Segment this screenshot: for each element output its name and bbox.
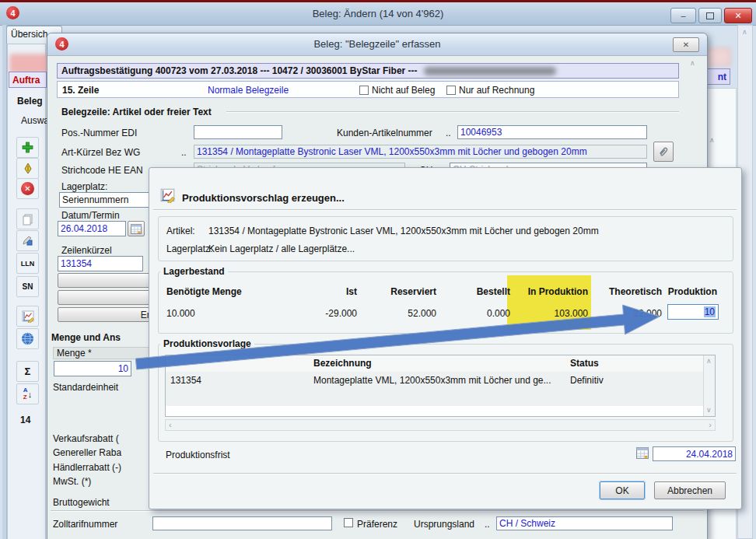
chart-pencil-icon: [22, 310, 34, 323]
kunden-artnr-label: Kunden-Artikelnummer: [337, 128, 432, 138]
globe-icon: [21, 332, 34, 345]
zeilenkuerzel-input[interactable]: 131354: [58, 256, 143, 271]
lagerplatz-label: Lagerplatz:: [61, 181, 107, 192]
col-in-produktion: In Produktion: [510, 286, 588, 297]
kunden-artnr-input[interactable]: 10046953: [457, 125, 647, 139]
produktionsfrist-calendar-button[interactable]: [636, 447, 649, 461]
scroll-up-icon[interactable]: ∧: [706, 358, 712, 365]
paperclip-icon: [657, 145, 670, 158]
menge-header-label: Menge *: [57, 348, 92, 359]
val-benoetigte-menge: 10.000: [166, 308, 283, 319]
main-window-title: Beleg: Ändern (14 von 4'962): [0, 8, 756, 19]
sort-button[interactable]: A Z ↓: [16, 383, 39, 404]
vorlage-row-artikel: 131354: [170, 375, 201, 386]
vorlage-row-status: Definitiv: [570, 375, 604, 386]
produktionsvorlage-group: Bezeichnung Status 131354 Montageplatte …: [158, 344, 733, 442]
col-bestellt: Bestellt: [436, 286, 510, 297]
abbrechen-button[interactable]: Abbrechen: [654, 481, 726, 499]
zeile-type-link[interactable]: Normale Belegzeile: [208, 85, 289, 96]
pos-nummer-label: Pos.-Nummer EDI: [61, 128, 137, 138]
zeile-number-label: 15. Zeile: [62, 85, 99, 96]
bruttogewicht-label: Bruttogewicht: [53, 497, 110, 508]
pen-nib-icon: [23, 163, 33, 175]
produktionsfrist-input[interactable]: 24.04.2018: [653, 446, 736, 461]
menge-input[interactable]: 10: [54, 361, 131, 376]
col-benoetigte-menge: Benötigte Menge: [166, 286, 283, 297]
vorlage-row[interactable]: 131354 Montageplatte VML, 1200x550x3mm m…: [166, 372, 703, 389]
nicht-auf-beleg-label: Nicht auf Beleg: [372, 85, 435, 96]
web-button[interactable]: [16, 328, 39, 349]
scroll-up-icon[interactable]: ∧: [742, 29, 747, 36]
praeferenz-label: Präferenz: [357, 519, 397, 530]
dialog-scroll-up-icon[interactable]: ∧: [690, 60, 695, 67]
scroll-left-icon[interactable]: ‹: [169, 421, 172, 429]
beleg-group-label: Beleg: [17, 96, 47, 107]
redacted-customer-name: [424, 67, 556, 75]
tab-auftrag[interactable]: Auftra: [9, 72, 47, 88]
tab-fragment-right[interactable]: nt: [705, 68, 730, 85]
praeferenz-checkbox[interactable]: [344, 518, 353, 527]
standardeinheit-label: Standardeinheit: [53, 382, 118, 393]
datum-calendar-button[interactable]: [128, 221, 145, 236]
val-theoretisch: 22.000: [588, 308, 662, 319]
minimize-button[interactable]: –: [670, 8, 696, 23]
application-window: 4 Beleg: Ändern (14 von 4'962) – ✕ ∧ Übe…: [0, 0, 756, 539]
vorlage-col-bezeichnung: Bezeichnung: [313, 358, 372, 369]
menge-column-header: Menge * Ei: [53, 347, 162, 359]
ursprungsland-input[interactable]: CH / Schweiz: [496, 516, 673, 530]
col-reserviert: Reserviert: [357, 286, 436, 297]
document-header-bar: Auftragsbestätigung 400723 vom 27.03.201…: [57, 63, 679, 79]
title-separator: [153, 209, 737, 211]
val-ist: -29.000: [283, 308, 357, 319]
scroll-up-icon[interactable]: ∧: [709, 137, 715, 144]
copy-button[interactable]: [16, 208, 39, 229]
art-kuerzel-field[interactable]: 131354 / Montageplatte Bystronic Laser V…: [194, 145, 647, 159]
dialog-close-button[interactable]: ✕: [673, 37, 699, 52]
nur-auf-rechnung-checkbox[interactable]: [446, 86, 456, 95]
dialog-belegzeile-titlebar: 4 Beleg: "Belegzeile" erfassen ✕: [47, 33, 707, 56]
lagerbestand-group-title: Lagerbestand: [160, 266, 228, 277]
dialog-belegzeile-title: Beleg: "Belegzeile" erfassen: [47, 38, 707, 50]
sum-button[interactable]: Σ: [16, 361, 39, 382]
vorlage-hscrollbar[interactable]: ‹ ›: [165, 419, 716, 431]
record-count: 14: [20, 415, 30, 425]
add-button[interactable]: [16, 137, 39, 158]
maximize-button[interactable]: [698, 8, 722, 23]
scroll-right-icon[interactable]: ›: [709, 421, 712, 429]
dialog-produktionsvorschlag: Produktionsvorschlag erzeugen... Artikel…: [149, 167, 742, 509]
art-kuerzel-label: Art-Kürzel Bez WG: [61, 147, 140, 158]
haendlerrabatt-label: Händlerrabatt (-): [53, 462, 121, 473]
delete-button[interactable]: ✕: [16, 178, 39, 199]
edit-properties-button[interactable]: [16, 230, 39, 251]
lagerplatz-value: Kein Lagerplatz / alle Lagerplätze...: [208, 243, 355, 254]
nur-auf-rechnung-label: Nur auf Rechnung: [459, 85, 534, 96]
attachment-button[interactable]: [653, 142, 674, 162]
zolltarif-input[interactable]: [152, 516, 332, 530]
kunden-artnr-dots: ..: [446, 128, 451, 138]
dialog-prod-title: Produktionsvorschlag erzeugen...: [182, 192, 345, 204]
plus-icon: [22, 142, 33, 153]
art-kuerzel-dots: ..: [181, 147, 187, 158]
edit-button[interactable]: [16, 158, 39, 179]
datum-termin-label: Datum/Termin: [61, 210, 120, 221]
menge-section-title: Menge und Ans: [51, 332, 121, 343]
vorlage-row-bezeichnung: Montageplatte VML, 1200x550x3mm mit Löch…: [313, 375, 551, 386]
pos-nummer-input[interactable]: [194, 125, 282, 139]
production-chart-button[interactable]: [16, 306, 39, 327]
zeilenkuerzel-label: Zeilenkürzel: [61, 245, 112, 256]
strichcode-label: Strichcode HE EAN: [61, 165, 143, 176]
dialog-prod-icon: [160, 188, 175, 205]
close-button[interactable]: ✕: [724, 8, 752, 23]
produktion-menge-input[interactable]: 10: [667, 304, 719, 320]
zolltarif-label: Zolltarifnummer: [53, 519, 117, 530]
lln-button[interactable]: LLN: [16, 253, 39, 274]
redacted-sidebar-area: [10, 54, 48, 73]
scroll-down-icon[interactable]: ∨: [706, 407, 712, 414]
genereller-rabatt-label: Genereller Raba: [53, 447, 121, 458]
nicht-auf-beleg-checkbox[interactable]: [359, 86, 369, 95]
sn-button[interactable]: SN: [16, 276, 39, 297]
ok-button[interactable]: OK: [600, 481, 645, 499]
vorlage-vscrollbar[interactable]: ∧ ∨: [703, 355, 715, 416]
sort-az-icon: A Z ↓: [23, 387, 32, 401]
datum-input[interactable]: 26.04.2018: [58, 221, 126, 236]
